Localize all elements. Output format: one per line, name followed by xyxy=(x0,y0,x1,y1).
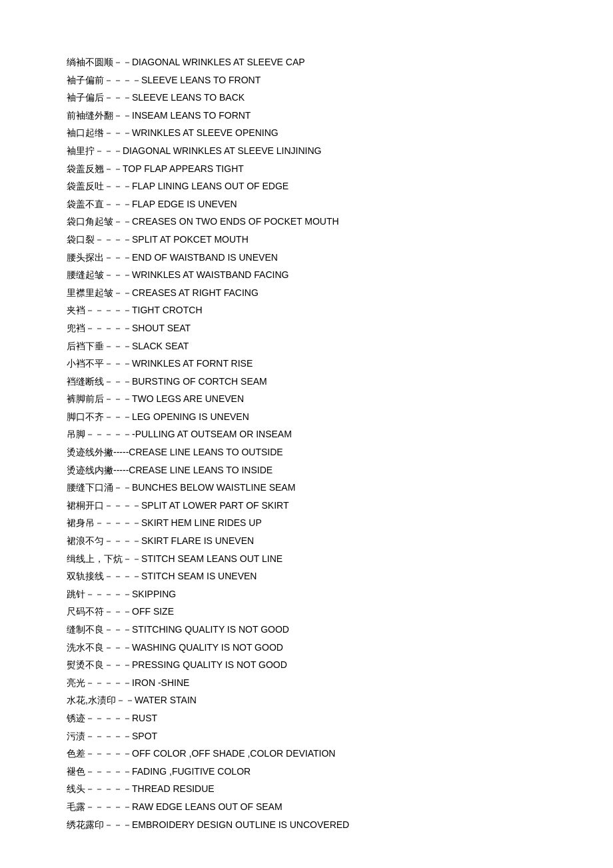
list-item: 前袖缝外翻－－INSEAM LEANS TO FORNT xyxy=(67,107,546,125)
english-text: SKIRT FLARE IS UNEVEN xyxy=(141,535,254,546)
english-text: BURSTING OF CORTCH SEAM xyxy=(132,376,267,387)
chinese-text: 裙桐开口－－－－ xyxy=(67,500,141,511)
list-item: 腰缝下口涌－－BUNCHES BELOW WAISTLINE SEAM xyxy=(67,479,546,497)
chinese-text: 褪色－－－－－ xyxy=(67,766,132,777)
english-text: THREAD RESIDUE xyxy=(132,783,215,794)
chinese-text: 裙身吊－－－－－ xyxy=(67,517,141,528)
chinese-text: 腰缝起皱－－－ xyxy=(67,269,132,280)
chinese-text: 脚口不齐－－－ xyxy=(67,411,132,422)
english-text: SPLIT AT POKCET MOUTH xyxy=(132,234,249,245)
list-item: 绱袖不圆顺－－DIAGONAL WRINKLES AT SLEEVE CAP xyxy=(67,53,546,71)
english-text: TWO LEGS ARE UNEVEN xyxy=(132,393,244,404)
list-item: 污渍－－－－－SPOT xyxy=(67,727,546,745)
english-text: EMBROIDERY DESIGN OUTLINE IS UNCOVERED xyxy=(132,819,349,830)
chinese-text: 毛露－－－－－ xyxy=(67,801,132,812)
english-text: IRON -SHINE xyxy=(132,677,189,688)
list-item: 熨烫不良－－－PRESSING QUALITY IS NOT GOOD xyxy=(67,656,546,674)
english-text: OFF COLOR ,OFF SHADE ,COLOR DEVIATION xyxy=(132,748,335,759)
english-text: FLAP LINING LEANS OUT OF EDGE xyxy=(132,181,289,191)
list-item: 绣花露印－－－EMBROIDERY DESIGN OUTLINE IS UNCO… xyxy=(67,816,546,834)
list-item: 袖子偏前－－－－SLEEVE LEANS TO FRONT xyxy=(67,71,546,89)
list-item: 袖口起绺－－－WRINKLES AT SLEEVE OPENING xyxy=(67,124,546,142)
chinese-text: 袋盖不直－－－ xyxy=(67,199,132,209)
english-text: WATER STAIN xyxy=(135,695,197,705)
chinese-text: 熨烫不良－－－ xyxy=(67,659,132,670)
list-item: 裙身吊－－－－－SKIRT HEM LINE RIDES UP xyxy=(67,514,546,532)
chinese-text: 袖子偏前－－－－ xyxy=(67,75,141,85)
chinese-text: 线头－－－－－ xyxy=(67,783,132,794)
english-text: STITCH SEAM IS UNEVEN xyxy=(141,571,257,581)
list-item: 裤脚前后－－－TWO LEGS ARE UNEVEN xyxy=(67,390,546,408)
english-text: LEG OPENING IS UNEVEN xyxy=(132,411,249,422)
list-item: 袋盖反翘－－TOP FLAP APPEARS TIGHT xyxy=(67,160,546,178)
chinese-text: 袖里拧－－－ xyxy=(67,145,123,156)
chinese-text: 袋口裂－－－－ xyxy=(67,234,132,245)
list-item: 夹裆－－－－－TIGHT CROTCH xyxy=(67,301,546,319)
defect-list: 绱袖不圆顺－－DIAGONAL WRINKLES AT SLEEVE CAP袖子… xyxy=(67,53,546,833)
list-item: 裙桐开口－－－－SPLIT AT LOWER PART OF SKIRT xyxy=(67,497,546,515)
chinese-text: 前袖缝外翻－－ xyxy=(67,110,132,121)
chinese-text: 裙浪不匀－－－－ xyxy=(67,535,141,546)
english-text: SPOT xyxy=(132,731,157,741)
chinese-text: 跳针－－－－－ xyxy=(67,589,132,599)
list-item: 亮光－－－－－IRON -SHINE xyxy=(67,674,546,692)
chinese-text: 腰缝下口涌－－ xyxy=(67,482,132,493)
list-item: 跳针－－－－－SKIPPING xyxy=(67,585,546,603)
chinese-text: 裤脚前后－－－ xyxy=(67,393,132,404)
english-text: STITCHING QUALITY IS NOT GOOD xyxy=(132,624,289,635)
list-item: 腰头探出－－－END OF WAISTBAND IS UNEVEN xyxy=(67,249,546,267)
english-text: SKIRT HEM LINE RIDES UP xyxy=(141,517,262,528)
chinese-text: 绣花露印－－－ xyxy=(67,819,132,830)
english-text: CREASES AT RIGHT FACING xyxy=(132,287,259,298)
list-item: 水花,水渍印－－WATER STAIN xyxy=(67,691,546,709)
english-text: RUST xyxy=(132,713,157,723)
chinese-text: 袖口起绺－－－ xyxy=(67,127,132,138)
chinese-text: 洗水不良－－－ xyxy=(67,642,132,653)
list-item: 袋口裂－－－－SPLIT AT POKCET MOUTH xyxy=(67,231,546,249)
english-text: WRINKLES AT SLEEVE OPENING xyxy=(132,127,279,138)
list-item: 双轨接线－－－－STITCH SEAM IS UNEVEN xyxy=(67,567,546,585)
chinese-text: 缝制不良－－－ xyxy=(67,624,132,635)
chinese-text: 裆缝断线－－－ xyxy=(67,376,132,387)
english-text: FLAP EDGE IS UNEVEN xyxy=(132,199,237,209)
english-text: WRINKLES AT FORNT RISE xyxy=(132,358,253,369)
chinese-text: 缉线上，下炕－－ xyxy=(67,553,141,564)
list-item: 烫迹线内撇-----CREASE LINE LEANS TO INSIDE xyxy=(67,461,546,479)
english-text: CREASE LINE LEANS TO OUTSIDE xyxy=(129,447,283,457)
list-item: 后裆下垂－－－SLACK SEAT xyxy=(67,337,546,355)
list-item: 袖子偏后－－－SLEEVE LEANS TO BACK xyxy=(67,89,546,107)
chinese-text: 绱袖不圆顺－－ xyxy=(67,57,132,67)
english-text: WRINKLES AT WAISTBAND FACING xyxy=(132,269,289,280)
chinese-text: 袋盖反吐－－－ xyxy=(67,181,132,191)
english-text: FADING ,FUGITIVE COLOR xyxy=(132,766,251,777)
list-item: 褪色－－－－－FADING ,FUGITIVE COLOR xyxy=(67,763,546,781)
chinese-text: 锈迹－－－－－ xyxy=(67,713,132,723)
chinese-text: 夹裆－－－－－ xyxy=(67,305,132,315)
list-item: 脚口不齐－－－LEG OPENING IS UNEVEN xyxy=(67,408,546,426)
list-item: 洗水不良－－－WASHING QUALITY IS NOT GOOD xyxy=(67,639,546,657)
list-item: 袖里拧－－－DIAGONAL WRINKLES AT SLEEVE LINJIN… xyxy=(67,142,546,160)
list-item: 袋口角起皱－－CREASES ON TWO ENDS OF POCKET MOU… xyxy=(67,213,546,231)
chinese-text: 水花,水渍印－－ xyxy=(67,695,135,705)
english-text: INSEAM LEANS TO FORNT xyxy=(132,110,251,121)
english-text: -PULLING AT OUTSEAM OR INSEAM xyxy=(132,429,292,439)
chinese-text: 腰头探出－－－ xyxy=(67,252,132,263)
chinese-text: 袋盖反翘－－ xyxy=(67,163,123,174)
english-text: SLEEVE LEANS TO BACK xyxy=(132,92,245,103)
list-item: 小裆不平－－－WRINKLES AT FORNT RISE xyxy=(67,355,546,373)
english-text: WASHING QUALITY IS NOT GOOD xyxy=(132,642,283,653)
english-text: END OF WAISTBAND IS UNEVEN xyxy=(132,252,278,263)
english-text: BUNCHES BELOW WAISTLINE SEAM xyxy=(132,482,295,493)
chinese-text: 后裆下垂－－－ xyxy=(67,341,132,351)
english-text: SKIPPING xyxy=(132,589,176,599)
list-item: 尺码不符－－－OFF SIZE xyxy=(67,603,546,621)
list-item: 缝制不良－－－STITCHING QUALITY IS NOT GOOD xyxy=(67,621,546,639)
chinese-text: 烫迹线内撇----- xyxy=(67,465,129,475)
english-text: SLEEVE LEANS TO FRONT xyxy=(141,75,261,85)
chinese-text: 吊脚－－－－－ xyxy=(67,429,132,439)
english-text: SHOUT SEAT xyxy=(132,323,191,333)
chinese-text: 尺码不符－－－ xyxy=(67,606,132,617)
english-text: DIAGONAL WRINKLES AT SLEEVE CAP xyxy=(132,57,305,67)
chinese-text: 烫迹线外撇----- xyxy=(67,447,129,457)
list-item: 色差－－－－－OFF COLOR ,OFF SHADE ,COLOR DEVIA… xyxy=(67,745,546,763)
